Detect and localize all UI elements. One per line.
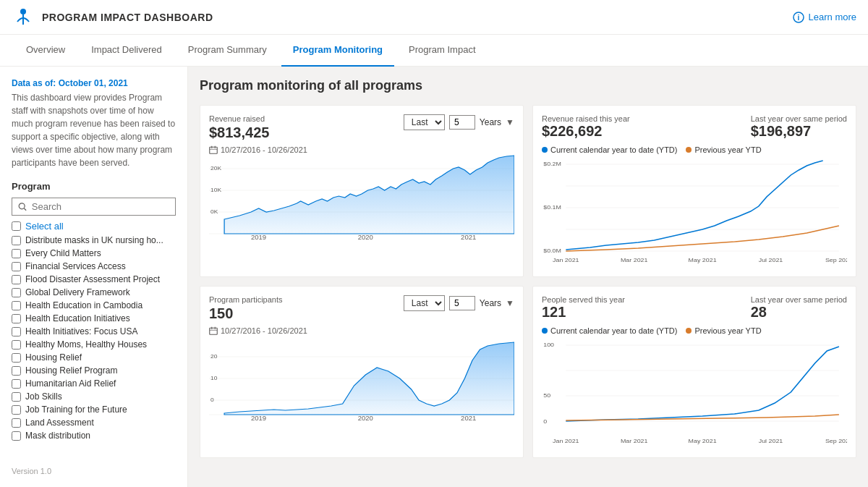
svg-text:Sep 2021: Sep 2021 [825,256,847,263]
tab-program-summary[interactable]: Program Summary [176,35,278,67]
svg-text:20: 20 [210,353,218,360]
tab-program-monitoring[interactable]: Program Monitoring [281,35,394,67]
program-checkbox[interactable] [12,340,21,350]
svg-text:2020: 2020 [358,234,373,241]
program-name: Land Assessment [25,418,94,428]
program-name: Housing Relief [25,352,82,363]
list-item[interactable]: Humanitarian Aid Relief [12,377,176,390]
program-checkbox[interactable] [12,301,21,310]
program-name: Healthy Moms, Healthy Houses [25,339,147,350]
list-item[interactable]: Health Education in Cambodia [12,299,176,312]
program-checkbox[interactable] [12,314,21,323]
ytd-metric-previous: Last year over same period $196,897 [751,114,847,140]
svg-text:0: 0 [543,418,547,424]
list-item[interactable]: Mask distribution [12,429,176,442]
chart-controls-bottom-left: Last Years ▼ [404,295,514,311]
list-item[interactable]: Job Skills [12,390,176,403]
list-item[interactable]: Health Initiatives: Focus USA [12,325,176,338]
tab-impact-delivered[interactable]: Impact Delivered [80,35,174,67]
program-checkbox[interactable] [12,236,21,245]
learn-more-link[interactable]: i Learn more [793,12,856,23]
people-ytd-metric-previous: Last year over same period 28 [751,295,847,321]
program-name: Distribute masks in UK nursing ho... [25,235,163,245]
list-item[interactable]: Job Training for the Future [12,403,176,416]
data-as-of: Data as of: October 01, 2021 [12,78,176,88]
program-checkbox[interactable] [12,288,21,297]
program-checkbox[interactable] [12,262,21,271]
ytd-revenue-chart: $0.2M $0.1M $0.0M Jan 2021 Mar 2021 May … [542,157,847,266]
list-item[interactable]: Distribute masks in UK nursing ho... [12,234,176,247]
svg-text:Jul 2021: Jul 2021 [759,437,783,444]
program-checkbox[interactable] [12,327,21,336]
period-number-top-left[interactable] [449,115,475,130]
list-item[interactable]: Land Assessment [12,416,176,429]
period-select-top-left[interactable]: Last [404,114,445,130]
list-item[interactable]: Housing Relief [12,351,176,364]
program-checkbox[interactable] [12,418,21,428]
program-name: Job Skills [25,391,62,402]
svg-text:50: 50 [543,391,550,398]
program-name: Health Education Initiatives [25,313,130,323]
list-item[interactable]: Every Child Matters [12,247,176,260]
list-item[interactable]: Health Education Initiatives [12,312,176,325]
program-checkbox[interactable] [12,249,21,258]
program-checkbox[interactable] [12,392,21,402]
svg-text:Mar 2021: Mar 2021 [621,256,648,263]
svg-text:2021: 2021 [461,415,476,422]
program-name: Global Delivery Framework [25,287,130,297]
program-name: Financial Services Access [25,261,126,271]
period-number-bottom-left[interactable] [449,296,475,310]
period-select-bottom-left[interactable]: Last [404,295,445,311]
svg-text:2020: 2020 [358,415,373,422]
people-ytd-header: People served this year 121 Last year ov… [542,295,847,321]
svg-point-4 [19,203,25,208]
svg-text:Sep 2021: Sep 2021 [825,437,847,444]
program-name: Health Education in Cambodia [25,300,142,310]
main-layout: Data as of: October 01, 2021 This dashbo… [0,67,868,487]
svg-text:0: 0 [210,397,214,403]
revenue-raised-label: Revenue raised [209,114,269,123]
program-checkbox[interactable] [12,405,21,415]
select-all-checkbox[interactable] [12,221,21,231]
years-label-top-left: Years [480,117,501,127]
select-all-row[interactable]: Select all [12,219,176,234]
svg-text:Mar 2021: Mar 2021 [621,437,648,444]
svg-line-5 [24,208,26,210]
ytd-metric-current: Revenue raised this year $226,692 [542,114,630,140]
revenue-chart: 20K 10K 0K 2019 2020 2021 [209,154,514,241]
svg-text:$0.1M: $0.1M [543,203,561,210]
logo-icon [12,6,35,29]
program-checkbox[interactable] [12,275,21,284]
content-area: Program monitoring of all programs Reven… [188,67,868,487]
top-row: Revenue raised $813,425 Last Years ▼ [200,105,856,277]
period-chevron-bottom-left[interactable]: ▼ [506,298,514,308]
list-item[interactable]: Financial Services Access [12,260,176,273]
participants-value: 150 [209,305,283,322]
program-checkbox[interactable] [12,366,21,376]
date-range-bottom-left: 10/27/2016 - 10/26/2021 [209,326,514,335]
program-checkbox[interactable] [12,379,21,389]
sidebar-description: This dashboard view provides Program sta… [12,91,176,169]
participants-card: Program participants 150 Last Years ▼ [200,286,524,458]
search-input[interactable] [32,201,169,212]
svg-text:May 2021: May 2021 [689,256,717,263]
people-served-ytd-card: People served this year 121 Last year ov… [532,286,856,458]
svg-text:May 2021: May 2021 [689,437,717,444]
tab-program-impact[interactable]: Program Impact [397,35,487,67]
period-chevron-top-left[interactable]: ▼ [506,117,514,127]
people-ytd-chart: 100 50 0 Jan 2021 Mar 2021 May 2021 Jul … [542,338,847,446]
list-item[interactable]: Housing Relief Program [12,364,176,377]
svg-text:$0.0M: $0.0M [543,247,561,253]
ytd-legend: Current calendar year to date (YTD) Prev… [542,145,847,154]
list-item[interactable]: Healthy Moms, Healthy Houses [12,338,176,351]
list-item[interactable]: Flood Disaster Assessment Project [12,273,176,286]
svg-text:2021: 2021 [461,234,476,241]
svg-text:Jan 2021: Jan 2021 [553,256,579,263]
program-checkbox[interactable] [12,353,21,363]
people-ytd-legend: Current calendar year to date (YTD) Prev… [542,326,847,335]
list-item[interactable]: Global Delivery Framework [12,286,176,299]
nav-tabs: Overview Impact Delivered Program Summar… [0,35,868,67]
calendar-icon-top-left [209,145,218,154]
tab-overview[interactable]: Overview [14,35,77,67]
program-checkbox[interactable] [12,431,21,441]
